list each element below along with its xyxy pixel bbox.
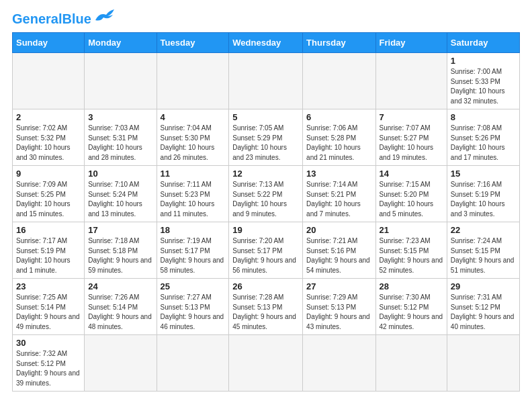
day-number: 9 (16, 169, 81, 179)
table-row: 18Sunrise: 7:19 AMSunset: 5:17 PMDayligh… (157, 222, 229, 279)
day-number: 26 (232, 281, 299, 291)
table-row: 13Sunrise: 7:14 AMSunset: 5:21 PMDayligh… (303, 166, 375, 222)
day-number: 11 (161, 169, 226, 179)
day-number: 27 (306, 281, 371, 291)
day-number: 14 (380, 169, 443, 179)
table-row: 17Sunrise: 7:18 AMSunset: 5:18 PMDayligh… (85, 222, 157, 279)
day-number: 19 (232, 225, 299, 235)
col-tuesday: Tuesday (157, 33, 229, 53)
table-row: 22Sunrise: 7:24 AMSunset: 5:15 PMDayligh… (447, 222, 519, 279)
logo-bird-icon (94, 8, 117, 24)
table-row (85, 335, 157, 392)
table-row: 24Sunrise: 7:26 AMSunset: 5:14 PMDayligh… (85, 279, 157, 335)
table-row: 7Sunrise: 7:07 AMSunset: 5:27 PMDaylight… (375, 109, 447, 166)
sun-info: Sunrise: 7:21 AMSunset: 5:16 PMDaylight:… (306, 236, 371, 275)
table-row (303, 335, 375, 392)
logo-general: General (12, 11, 62, 26)
table-row (157, 53, 229, 109)
sun-info: Sunrise: 7:31 AMSunset: 5:12 PMDaylight:… (451, 293, 516, 332)
table-row (375, 335, 447, 392)
day-number: 12 (232, 169, 299, 179)
day-number: 24 (88, 281, 152, 291)
sun-info: Sunrise: 7:10 AMSunset: 5:24 PMDaylight:… (88, 180, 152, 219)
day-number: 3 (88, 112, 152, 122)
sun-info: Sunrise: 7:05 AMSunset: 5:29 PMDaylight:… (232, 124, 299, 163)
col-saturday: Saturday (447, 33, 519, 53)
day-number: 22 (451, 225, 516, 235)
sun-info: Sunrise: 7:16 AMSunset: 5:19 PMDaylight:… (451, 180, 516, 219)
table-row (229, 53, 303, 109)
day-number: 10 (88, 169, 152, 179)
sun-info: Sunrise: 7:29 AMSunset: 5:13 PMDaylight:… (306, 293, 371, 332)
day-number: 21 (380, 225, 443, 235)
col-wednesday: Wednesday (229, 33, 303, 53)
table-row: 30Sunrise: 7:32 AMSunset: 5:12 PMDayligh… (13, 335, 85, 392)
calendar-table: Sunday Monday Tuesday Wednesday Thursday… (12, 32, 520, 392)
table-row (13, 53, 85, 109)
sun-info: Sunrise: 7:20 AMSunset: 5:17 PMDaylight:… (232, 236, 299, 275)
table-row: 1Sunrise: 7:00 AMSunset: 5:33 PMDaylight… (447, 53, 519, 109)
sun-info: Sunrise: 7:00 AMSunset: 5:33 PMDaylight:… (451, 67, 516, 106)
sun-info: Sunrise: 7:06 AMSunset: 5:28 PMDaylight:… (306, 124, 371, 163)
sun-info: Sunrise: 7:26 AMSunset: 5:14 PMDaylight:… (88, 293, 152, 332)
sun-info: Sunrise: 7:14 AMSunset: 5:21 PMDaylight:… (306, 180, 371, 219)
day-number: 2 (16, 112, 81, 122)
table-row: 15Sunrise: 7:16 AMSunset: 5:19 PMDayligh… (447, 166, 519, 222)
sun-info: Sunrise: 7:08 AMSunset: 5:26 PMDaylight:… (451, 124, 516, 163)
calendar-header: Sunday Monday Tuesday Wednesday Thursday… (13, 33, 520, 53)
table-row: 6Sunrise: 7:06 AMSunset: 5:28 PMDaylight… (303, 109, 375, 166)
day-number: 1 (451, 56, 516, 66)
table-row: 11Sunrise: 7:11 AMSunset: 5:23 PMDayligh… (157, 166, 229, 222)
day-number: 16 (16, 225, 81, 235)
logo-blue: Blue (62, 11, 91, 26)
day-number: 4 (161, 112, 226, 122)
sun-info: Sunrise: 7:23 AMSunset: 5:15 PMDaylight:… (380, 236, 443, 275)
sun-info: Sunrise: 7:04 AMSunset: 5:30 PMDaylight:… (161, 124, 226, 163)
page: GeneralBlue Sunday Monday Tuesday Wednes… (0, 0, 532, 398)
sun-info: Sunrise: 7:07 AMSunset: 5:27 PMDaylight:… (380, 124, 443, 163)
col-sunday: Sunday (13, 33, 85, 53)
sun-info: Sunrise: 7:30 AMSunset: 5:12 PMDaylight:… (380, 293, 443, 332)
day-number: 25 (161, 281, 226, 291)
table-row: 5Sunrise: 7:05 AMSunset: 5:29 PMDaylight… (229, 109, 303, 166)
sun-info: Sunrise: 7:03 AMSunset: 5:31 PMDaylight:… (88, 124, 152, 163)
day-number: 6 (306, 112, 371, 122)
table-row (303, 53, 375, 109)
table-row: 27Sunrise: 7:29 AMSunset: 5:13 PMDayligh… (303, 279, 375, 335)
day-number: 13 (306, 169, 371, 179)
sun-info: Sunrise: 7:27 AMSunset: 5:13 PMDaylight:… (161, 293, 226, 332)
sun-info: Sunrise: 7:17 AMSunset: 5:19 PMDaylight:… (16, 236, 81, 275)
sun-info: Sunrise: 7:28 AMSunset: 5:13 PMDaylight:… (232, 293, 299, 332)
day-number: 28 (380, 281, 443, 291)
sun-info: Sunrise: 7:19 AMSunset: 5:17 PMDaylight:… (161, 236, 226, 275)
table-row: 4Sunrise: 7:04 AMSunset: 5:30 PMDaylight… (157, 109, 229, 166)
day-number: 23 (16, 281, 81, 291)
table-row: 29Sunrise: 7:31 AMSunset: 5:12 PMDayligh… (447, 279, 519, 335)
day-number: 8 (451, 112, 516, 122)
table-row (229, 335, 303, 392)
table-row: 21Sunrise: 7:23 AMSunset: 5:15 PMDayligh… (375, 222, 447, 279)
table-row: 25Sunrise: 7:27 AMSunset: 5:13 PMDayligh… (157, 279, 229, 335)
col-monday: Monday (85, 33, 157, 53)
table-row: 19Sunrise: 7:20 AMSunset: 5:17 PMDayligh… (229, 222, 303, 279)
day-number: 5 (232, 112, 299, 122)
sun-info: Sunrise: 7:32 AMSunset: 5:12 PMDaylight:… (16, 349, 81, 388)
sun-info: Sunrise: 7:09 AMSunset: 5:25 PMDaylight:… (16, 180, 81, 219)
table-row: 14Sunrise: 7:15 AMSunset: 5:20 PMDayligh… (375, 166, 447, 222)
table-row: 8Sunrise: 7:08 AMSunset: 5:26 PMDaylight… (447, 109, 519, 166)
table-row: 10Sunrise: 7:10 AMSunset: 5:24 PMDayligh… (85, 166, 157, 222)
day-number: 15 (451, 169, 516, 179)
table-row: 2Sunrise: 7:02 AMSunset: 5:32 PMDaylight… (13, 109, 85, 166)
sun-info: Sunrise: 7:24 AMSunset: 5:15 PMDaylight:… (451, 236, 516, 275)
table-row (447, 335, 519, 392)
day-number: 17 (88, 225, 152, 235)
sun-info: Sunrise: 7:02 AMSunset: 5:32 PMDaylight:… (16, 124, 81, 163)
col-friday: Friday (375, 33, 447, 53)
header: GeneralBlue (12, 12, 520, 26)
sun-info: Sunrise: 7:13 AMSunset: 5:22 PMDaylight:… (232, 180, 299, 219)
day-number: 29 (451, 281, 516, 291)
table-row: 28Sunrise: 7:30 AMSunset: 5:12 PMDayligh… (375, 279, 447, 335)
table-row (375, 53, 447, 109)
table-row: 12Sunrise: 7:13 AMSunset: 5:22 PMDayligh… (229, 166, 303, 222)
table-row: 3Sunrise: 7:03 AMSunset: 5:31 PMDaylight… (85, 109, 157, 166)
